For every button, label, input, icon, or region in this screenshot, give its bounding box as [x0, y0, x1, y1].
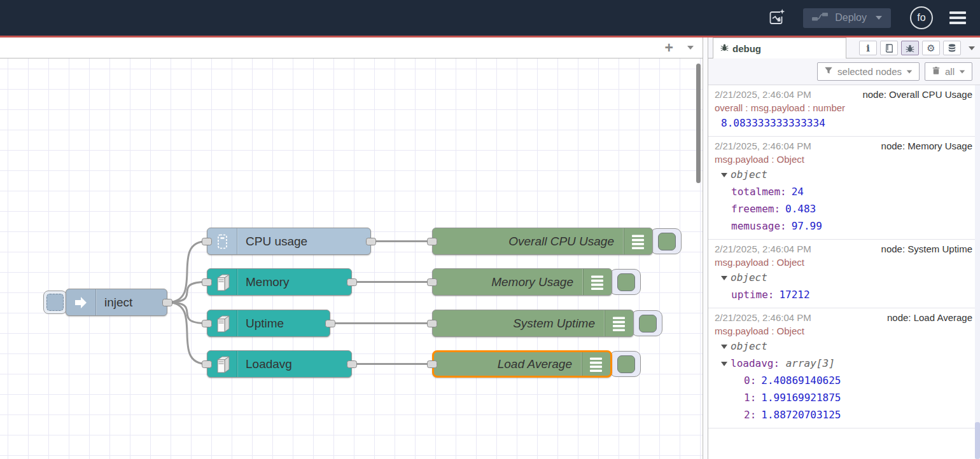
- payload-value: 1.88720703125: [761, 409, 841, 421]
- port-out[interactable]: [366, 238, 376, 245]
- message-node-name: node: Load Average: [881, 312, 972, 324]
- debug-toggle-face: [658, 233, 676, 250]
- debug-message: 2/21/2025, 2:46:04 PMnode: Overall CPU U…: [708, 85, 980, 137]
- payload-row: 8.083333333333334: [715, 114, 972, 132]
- payload-type-label: object: [731, 271, 767, 284]
- node-load-average[interactable]: Load Average: [432, 350, 612, 378]
- messages-scrollbar-track[interactable]: [975, 85, 980, 459]
- tab-debug[interactable]: debug: [713, 38, 846, 58]
- payload-row: loadavg: array[3]: [715, 355, 972, 372]
- workspace-column: + injectCPU usageMemoryUptimeLoadavgOver…: [0, 38, 703, 459]
- node-memory-usage[interactable]: Memory Usage: [432, 268, 612, 296]
- debug-toggle-button[interactable]: [610, 351, 641, 377]
- node-loadavg[interactable]: Loadavg: [207, 350, 352, 378]
- payload-value: 24: [792, 186, 804, 198]
- sidebar-tabbar: debug i ⚙: [708, 38, 980, 58]
- payload-value: 17212: [779, 289, 809, 301]
- payload-value: 1.99169921875: [761, 392, 841, 404]
- message-timestamp: 2/21/2025, 2:46:04 PM: [715, 88, 811, 101]
- payload-value: 8.083333333333334: [721, 117, 825, 129]
- debug-toggle-button[interactable]: [631, 310, 662, 336]
- message-node-name: node: System Uptime: [875, 243, 972, 256]
- user-avatar[interactable]: fo: [910, 6, 933, 29]
- payload-row: object: [715, 166, 972, 183]
- port-in[interactable]: [427, 238, 437, 245]
- message-property: msg.payload : Object: [715, 153, 972, 166]
- bug-icon: [720, 43, 729, 54]
- payload-key: 0:: [744, 374, 756, 387]
- node-body: System Uptime: [432, 310, 634, 337]
- payload-row: freemem:0.483: [715, 200, 972, 217]
- port-out[interactable]: [325, 320, 335, 327]
- node-label: Memory: [237, 269, 351, 295]
- node-body: Overall CPU Usage: [432, 228, 653, 255]
- debug-toggle-button[interactable]: [610, 269, 641, 295]
- clear-button[interactable]: all: [925, 62, 972, 81]
- payload-row: object: [715, 338, 972, 355]
- debug-message: 2/21/2025, 2:46:04 PMnode: Load Averagem…: [708, 308, 980, 428]
- filter-button[interactable]: selected nodes: [817, 62, 920, 81]
- node-body: CPU usage: [207, 228, 371, 255]
- deploy-button[interactable]: Deploy: [803, 8, 891, 28]
- port-out[interactable]: [347, 278, 357, 286]
- book-icon[interactable]: [880, 41, 898, 55]
- debug-messages-list: 2/21/2025, 2:46:04 PMnode: Overall CPU U…: [708, 85, 980, 459]
- port-in[interactable]: [202, 278, 212, 286]
- inject-arrow-icon: [66, 289, 96, 315]
- cpu-chip-icon: [207, 228, 237, 254]
- sidebar-splitter[interactable]: [703, 38, 708, 459]
- payload-key: memusage:: [731, 220, 787, 232]
- flow-list-caret-icon[interactable]: [687, 46, 694, 50]
- server-icon: [207, 310, 237, 336]
- message-meta: 2/21/2025, 2:46:04 PMnode: Overall CPU U…: [715, 88, 972, 101]
- expand-caret-icon[interactable]: [721, 362, 727, 366]
- avatar-label: fo: [917, 12, 925, 24]
- payload-type-label: object: [731, 340, 767, 352]
- inject-button[interactable]: [43, 291, 67, 314]
- messages-scrollbar-thumb[interactable]: [975, 422, 980, 459]
- sidebar-tabs-caret-icon[interactable]: [969, 46, 975, 50]
- node-memory[interactable]: Memory: [207, 268, 352, 296]
- payload-row: 2:1.88720703125: [715, 406, 972, 423]
- node-label: Load Average: [434, 352, 582, 376]
- expand-caret-icon[interactable]: [721, 276, 727, 280]
- payload-row: 0:2.40869140625: [715, 372, 972, 389]
- node-inject[interactable]: inject: [66, 289, 167, 316]
- node-body: Loadavg: [207, 350, 352, 378]
- flow-tabbar: +: [0, 38, 703, 58]
- debug-toolbar: selected nodes all: [708, 58, 980, 85]
- canvas-vertical-scrollbar[interactable]: [696, 64, 701, 183]
- deploy-caret-icon[interactable]: [876, 16, 882, 20]
- port-in[interactable]: [202, 238, 212, 245]
- message-node-name: node: Memory Usage: [875, 140, 972, 153]
- add-flow-button[interactable]: +: [665, 41, 673, 54]
- main-area: + injectCPU usageMemoryUptimeLoadavgOver…: [0, 38, 980, 459]
- port-in[interactable]: [427, 278, 437, 286]
- node-cpu[interactable]: CPU usage: [207, 228, 371, 255]
- server-icon: [207, 351, 237, 377]
- port-in[interactable]: [202, 360, 212, 368]
- debug-message: 2/21/2025, 2:46:04 PMnode: System Uptime…: [708, 240, 980, 308]
- flow-canvas[interactable]: injectCPU usageMemoryUptimeLoadavgOveral…: [0, 58, 703, 459]
- database-icon[interactable]: [943, 41, 961, 55]
- node-system-uptime[interactable]: System Uptime: [432, 310, 634, 337]
- menu-icon[interactable]: [949, 11, 966, 24]
- info-icon[interactable]: i: [859, 41, 877, 55]
- ai-assistant-icon[interactable]: [766, 7, 787, 29]
- expand-caret-icon[interactable]: [721, 345, 727, 349]
- bug-icon[interactable]: [901, 41, 919, 55]
- debug-toggle-button[interactable]: [650, 228, 682, 254]
- node-body: Memory: [207, 268, 352, 296]
- port-in[interactable]: [427, 360, 437, 368]
- gear-icon[interactable]: ⚙: [922, 41, 940, 55]
- payload-row: 1:1.99169921875: [715, 389, 972, 406]
- payload-row: object: [715, 269, 972, 286]
- node-label: CPU usage: [237, 228, 370, 254]
- port-out[interactable]: [347, 360, 357, 368]
- node-overall-cpu[interactable]: Overall CPU Usage: [432, 228, 653, 255]
- port-in[interactable]: [427, 320, 437, 327]
- port-out[interactable]: [162, 299, 172, 306]
- expand-caret-icon[interactable]: [721, 173, 727, 177]
- port-in[interactable]: [202, 320, 212, 327]
- node-uptime[interactable]: Uptime: [207, 310, 330, 337]
